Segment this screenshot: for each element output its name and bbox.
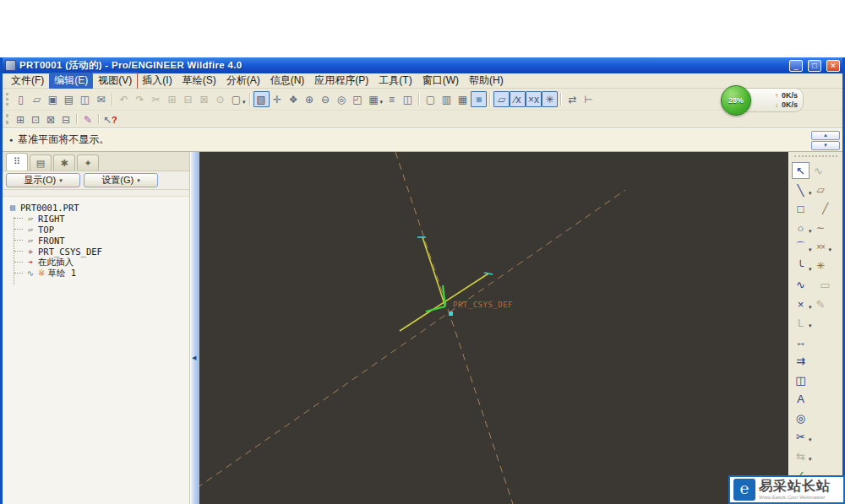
- undo-icon[interactable]: ↶: [116, 91, 132, 107]
- model-tree-tab[interactable]: ⠿: [6, 153, 28, 171]
- datum-point-toggle[interactable]: ×x: [526, 91, 542, 107]
- repaint-icon[interactable]: ▧: [254, 91, 270, 107]
- sketch-setup-icon[interactable]: ✎: [80, 112, 95, 127]
- message-scroll-up-button[interactable]: ▲: [811, 131, 840, 140]
- toolbar-grip[interactable]: [794, 155, 837, 159]
- print-preview-icon[interactable]: ◫: [77, 91, 93, 107]
- line-tool[interactable]: ╲: [792, 182, 810, 198]
- csys-star-tool[interactable]: ✳: [812, 257, 830, 274]
- maximize-button[interactable]: □: [808, 60, 821, 72]
- dropdown-arrow[interactable]: ▾: [809, 456, 812, 463]
- edit-tool[interactable]: ✎: [812, 295, 830, 312]
- constraint-display-toggle[interactable]: ⊡: [28, 112, 43, 127]
- collapse-arrow-icon[interactable]: ◀: [192, 355, 196, 361]
- zoom-in-icon[interactable]: ⊕: [302, 91, 318, 107]
- layers-icon[interactable]: ≡: [384, 91, 400, 107]
- menu-sketch[interactable]: 草绘(S): [177, 73, 221, 89]
- text-tool[interactable]: A: [792, 390, 810, 407]
- tree-item-sketch-1[interactable]: ∿ ※ 草绘 1: [8, 268, 188, 279]
- reorient-icon[interactable]: ◰: [350, 91, 366, 107]
- save-icon[interactable]: ▣: [45, 91, 61, 107]
- view-manager-icon[interactable]: ◫: [400, 91, 416, 107]
- curve-tool[interactable]: ∼: [812, 219, 830, 236]
- shaded-icon[interactable]: ■: [471, 91, 487, 107]
- new-file-icon[interactable]: ▯: [13, 91, 29, 107]
- annotations-icon[interactable]: ⇄: [564, 91, 581, 107]
- menu-file[interactable]: 文件(F): [6, 73, 49, 89]
- trim-tool[interactable]: ✂: [792, 428, 810, 445]
- circle-tool[interactable]: ○: [792, 219, 810, 236]
- graphics-viewport[interactable]: PRT_CSYS_DEF: [199, 152, 788, 504]
- datum-csys-toggle[interactable]: ✳: [542, 91, 558, 107]
- constraints-tool[interactable]: ◫: [792, 371, 810, 388]
- tree-item-front-plane[interactable]: ▱ FRONT: [8, 235, 188, 246]
- select-tool[interactable]: ↖: [792, 162, 810, 179]
- menu-info[interactable]: 信息(N): [265, 73, 310, 89]
- fillet-tool[interactable]: ╰: [792, 257, 810, 274]
- paste-icon[interactable]: ⊟: [180, 91, 196, 107]
- tree-item-right-plane[interactable]: ▱ RIGHT: [8, 213, 188, 224]
- send-mail-icon[interactable]: ✉: [93, 91, 109, 107]
- favorites-tab[interactable]: ✱: [53, 154, 75, 171]
- point-tool[interactable]: ×: [792, 295, 810, 312]
- sketch-line-1[interactable]: [422, 237, 445, 306]
- wireframe-icon[interactable]: ▢: [422, 91, 439, 107]
- open-file-icon[interactable]: ▱: [29, 91, 45, 107]
- menu-window[interactable]: 窗口(W): [417, 73, 464, 89]
- net-speed-widget[interactable]: ↑ 0K/s ↓ 0K/s 28%: [721, 85, 805, 116]
- spline-preview-tool[interactable]: ∿: [810, 162, 827, 179]
- offset-edge-tool[interactable]: ◎: [792, 409, 810, 426]
- history-tab[interactable]: ✦: [77, 154, 99, 171]
- show-dropdown-button[interactable]: 显示(O)▾: [6, 173, 80, 187]
- toolbar-grip[interactable]: [6, 114, 10, 125]
- modify-dims-tool[interactable]: ⇉: [792, 352, 810, 369]
- refit-icon[interactable]: ◎: [334, 91, 350, 107]
- folder-browser-tab[interactable]: ▤: [30, 154, 52, 171]
- cut-icon[interactable]: ✂: [148, 91, 164, 107]
- orient-mode-icon[interactable]: ❖: [286, 91, 302, 107]
- close-button[interactable]: ✕: [826, 60, 840, 72]
- dropdown-arrow[interactable]: ▾: [829, 247, 832, 253]
- vertex-display-toggle[interactable]: ⊟: [58, 112, 74, 127]
- points-tool[interactable]: ××: [812, 238, 830, 255]
- copy-icon[interactable]: ⊞: [164, 91, 180, 107]
- no-hidden-icon[interactable]: ▦: [455, 91, 471, 107]
- menu-edit[interactable]: 编辑(E): [49, 73, 93, 89]
- menu-tools[interactable]: 工具(T): [373, 73, 417, 89]
- spline-tool[interactable]: ∿: [792, 276, 810, 293]
- datum-edge-line-diagonal[interactable]: [199, 190, 625, 488]
- datum-edge-line-vertical[interactable]: [395, 152, 513, 504]
- tree-item-insert-here[interactable]: ➔ 在此插入: [8, 257, 188, 268]
- centerline-tool[interactable]: ╱: [816, 200, 834, 217]
- tree-item-csys[interactable]: ✳ PRT_CSYS_DEF: [8, 246, 188, 257]
- dropdown-arrow[interactable]: ▾: [243, 99, 246, 106]
- message-scroll-down-button[interactable]: ▼: [811, 141, 840, 150]
- dimension-tool[interactable]: ↔: [792, 333, 810, 350]
- menu-view[interactable]: 视图(V): [93, 73, 137, 89]
- rectangle-tool[interactable]: □: [792, 200, 810, 217]
- spin-center-icon[interactable]: ✛: [270, 91, 286, 107]
- paste-special-icon[interactable]: ⊠: [196, 91, 212, 107]
- print-icon[interactable]: ▤: [61, 91, 77, 107]
- redo-icon[interactable]: ↷: [132, 91, 148, 107]
- menu-help[interactable]: 帮助(H): [464, 73, 509, 89]
- navigator-sash[interactable]: ◀: [190, 152, 199, 504]
- hidden-line-icon[interactable]: ▥: [439, 91, 455, 107]
- menu-analysis[interactable]: 分析(A): [221, 73, 265, 89]
- net-speed-ball[interactable]: 28%: [721, 85, 751, 116]
- find-icon[interactable]: ⊙: [212, 91, 228, 107]
- zoom-out-icon[interactable]: ⊖: [318, 91, 334, 107]
- datum-axis-toggle[interactable]: ∕x: [510, 91, 526, 107]
- datum-plane-toggle[interactable]: ▱: [493, 91, 510, 107]
- intersection-point[interactable]: [449, 312, 453, 316]
- dropdown-arrow[interactable]: ▾: [380, 99, 384, 106]
- tree-item-part[interactable]: ▧ PRT0001.PRT: [8, 202, 188, 213]
- arc-tool[interactable]: ⌒: [792, 238, 810, 255]
- parallelogram-tool[interactable]: ▱: [812, 182, 830, 198]
- toolbar-grip[interactable]: [6, 93, 10, 106]
- grid-display-toggle[interactable]: ⊠: [43, 112, 58, 127]
- measure-icon[interactable]: ⊢: [581, 91, 597, 107]
- tree-item-top-plane[interactable]: ▱ TOP: [8, 224, 188, 235]
- dropdown-arrow[interactable]: ▾: [809, 436, 812, 443]
- context-help-icon[interactable]: ↖?: [102, 112, 117, 127]
